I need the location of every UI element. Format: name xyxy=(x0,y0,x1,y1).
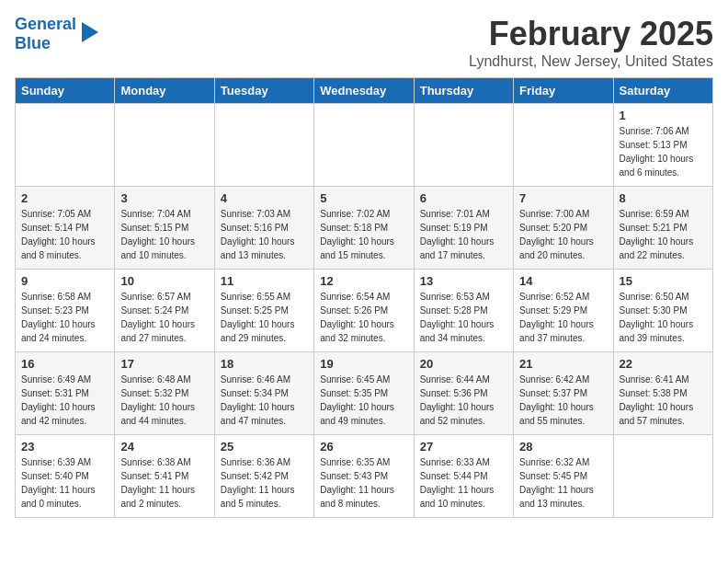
day-info: Sunrise: 6:59 AM Sunset: 5:21 PM Dayligh… xyxy=(620,207,707,262)
day-info: Sunrise: 6:46 AM Sunset: 5:34 PM Dayligh… xyxy=(221,373,308,428)
day-number: 24 xyxy=(120,440,208,454)
day-number: 6 xyxy=(420,191,507,205)
calendar-table: SundayMondayTuesdayWednesdayThursdayFrid… xyxy=(15,77,713,518)
day-number: 4 xyxy=(221,191,308,205)
calendar-cell: 27Sunrise: 6:33 AM Sunset: 5:44 PM Dayli… xyxy=(414,435,513,518)
day-info: Sunrise: 6:57 AM Sunset: 5:24 PM Dayligh… xyxy=(120,290,208,345)
day-number: 28 xyxy=(519,440,607,454)
day-info: Sunrise: 6:32 AM Sunset: 5:45 PM Dayligh… xyxy=(519,455,607,511)
calendar-cell: 20Sunrise: 6:44 AM Sunset: 5:36 PM Dayli… xyxy=(414,352,513,435)
calendar-cell: 23Sunrise: 6:39 AM Sunset: 5:40 PM Dayli… xyxy=(16,435,115,518)
calendar-cell xyxy=(514,104,613,187)
day-number: 17 xyxy=(120,357,208,371)
day-info: Sunrise: 7:00 AM Sunset: 5:20 PM Dayligh… xyxy=(519,207,607,262)
calendar-cell: 12Sunrise: 6:54 AM Sunset: 5:26 PM Dayli… xyxy=(314,270,414,352)
calendar-cell: 21Sunrise: 6:42 AM Sunset: 5:37 PM Dayli… xyxy=(514,352,613,435)
header-day-wednesday: Wednesday xyxy=(314,78,414,104)
day-number: 5 xyxy=(320,191,407,205)
calendar-cell: 3Sunrise: 7:04 AM Sunset: 5:15 PM Daylig… xyxy=(115,187,214,270)
day-number: 13 xyxy=(420,274,507,288)
day-number: 8 xyxy=(620,191,707,205)
day-number: 2 xyxy=(21,191,108,205)
calendar-cell: 5Sunrise: 7:02 AM Sunset: 5:18 PM Daylig… xyxy=(314,187,414,270)
day-info: Sunrise: 6:42 AM Sunset: 5:37 PM Dayligh… xyxy=(519,373,607,428)
day-number: 25 xyxy=(221,440,308,454)
calendar-week-row: 1Sunrise: 7:06 AM Sunset: 5:13 PM Daylig… xyxy=(16,104,713,187)
day-info: Sunrise: 6:38 AM Sunset: 5:41 PM Dayligh… xyxy=(120,455,208,511)
logo: General Blue xyxy=(15,15,98,52)
day-info: Sunrise: 6:53 AM Sunset: 5:28 PM Dayligh… xyxy=(420,290,507,345)
day-number: 19 xyxy=(320,357,407,371)
day-number: 11 xyxy=(221,274,308,288)
calendar-cell: 24Sunrise: 6:38 AM Sunset: 5:41 PM Dayli… xyxy=(115,435,214,518)
day-number: 15 xyxy=(620,274,707,288)
day-info: Sunrise: 6:49 AM Sunset: 5:31 PM Dayligh… xyxy=(21,373,108,428)
calendar-cell: 2Sunrise: 7:05 AM Sunset: 5:14 PM Daylig… xyxy=(16,187,115,270)
calendar-week-row: 16Sunrise: 6:49 AM Sunset: 5:31 PM Dayli… xyxy=(16,352,713,435)
day-number: 18 xyxy=(221,357,308,371)
calendar-cell: 17Sunrise: 6:48 AM Sunset: 5:32 PM Dayli… xyxy=(115,352,214,435)
calendar-cell: 6Sunrise: 7:01 AM Sunset: 5:19 PM Daylig… xyxy=(414,187,513,270)
location-title: Lyndhurst, New Jersey, United States xyxy=(469,53,713,70)
calendar-cell xyxy=(613,435,712,518)
day-number: 22 xyxy=(620,357,707,371)
calendar-cell: 26Sunrise: 6:35 AM Sunset: 5:43 PM Dayli… xyxy=(314,435,414,518)
day-info: Sunrise: 7:02 AM Sunset: 5:18 PM Dayligh… xyxy=(320,207,407,262)
day-number: 10 xyxy=(120,274,208,288)
day-info: Sunrise: 6:48 AM Sunset: 5:32 PM Dayligh… xyxy=(120,373,208,428)
calendar-cell: 19Sunrise: 6:45 AM Sunset: 5:35 PM Dayli… xyxy=(314,352,414,435)
calendar-cell xyxy=(214,104,313,187)
day-info: Sunrise: 6:39 AM Sunset: 5:40 PM Dayligh… xyxy=(21,455,108,511)
calendar-cell: 13Sunrise: 6:53 AM Sunset: 5:28 PM Dayli… xyxy=(414,270,513,352)
day-info: Sunrise: 6:36 AM Sunset: 5:42 PM Dayligh… xyxy=(221,455,308,511)
day-info: Sunrise: 6:55 AM Sunset: 5:25 PM Dayligh… xyxy=(221,290,308,345)
calendar-cell: 4Sunrise: 7:03 AM Sunset: 5:16 PM Daylig… xyxy=(214,187,313,270)
day-info: Sunrise: 6:54 AM Sunset: 5:26 PM Dayligh… xyxy=(320,290,407,345)
logo-general: General xyxy=(15,15,76,33)
day-number: 26 xyxy=(320,440,407,454)
calendar-week-row: 23Sunrise: 6:39 AM Sunset: 5:40 PM Dayli… xyxy=(16,435,713,518)
day-number: 1 xyxy=(620,109,707,122)
calendar-cell: 14Sunrise: 6:52 AM Sunset: 5:29 PM Dayli… xyxy=(514,270,613,352)
title-block: February 2025 Lyndhurst, New Jersey, Uni… xyxy=(469,15,713,70)
day-info: Sunrise: 6:33 AM Sunset: 5:44 PM Dayligh… xyxy=(420,455,507,511)
calendar-cell: 10Sunrise: 6:57 AM Sunset: 5:24 PM Dayli… xyxy=(115,270,214,352)
day-info: Sunrise: 6:58 AM Sunset: 5:23 PM Dayligh… xyxy=(21,290,108,345)
day-number: 7 xyxy=(519,191,607,205)
logo-text: General Blue xyxy=(15,15,76,52)
header-day-tuesday: Tuesday xyxy=(214,78,313,104)
day-number: 20 xyxy=(420,357,507,371)
header-day-saturday: Saturday xyxy=(613,78,712,104)
calendar-header-row: SundayMondayTuesdayWednesdayThursdayFrid… xyxy=(16,78,713,104)
calendar-cell: 16Sunrise: 6:49 AM Sunset: 5:31 PM Dayli… xyxy=(16,352,115,435)
day-info: Sunrise: 6:44 AM Sunset: 5:36 PM Dayligh… xyxy=(420,373,507,428)
calendar-cell: 11Sunrise: 6:55 AM Sunset: 5:25 PM Dayli… xyxy=(214,270,313,352)
calendar-cell xyxy=(115,104,214,187)
calendar-cell: 15Sunrise: 6:50 AM Sunset: 5:30 PM Dayli… xyxy=(613,270,712,352)
day-number: 16 xyxy=(21,357,108,371)
header-day-monday: Monday xyxy=(115,78,214,104)
svg-marker-0 xyxy=(82,22,98,42)
calendar-week-row: 9Sunrise: 6:58 AM Sunset: 5:23 PM Daylig… xyxy=(16,270,713,352)
month-title: February 2025 xyxy=(469,15,713,53)
calendar-cell: 28Sunrise: 6:32 AM Sunset: 5:45 PM Dayli… xyxy=(514,435,613,518)
day-info: Sunrise: 7:03 AM Sunset: 5:16 PM Dayligh… xyxy=(221,207,308,262)
calendar-cell: 25Sunrise: 6:36 AM Sunset: 5:42 PM Dayli… xyxy=(214,435,313,518)
day-number: 9 xyxy=(21,274,108,288)
calendar-week-row: 2Sunrise: 7:05 AM Sunset: 5:14 PM Daylig… xyxy=(16,187,713,270)
calendar-cell: 22Sunrise: 6:41 AM Sunset: 5:38 PM Dayli… xyxy=(613,352,712,435)
header: General Blue February 2025 Lyndhurst, Ne… xyxy=(15,15,713,70)
day-number: 23 xyxy=(21,440,108,454)
calendar-cell xyxy=(314,104,414,187)
calendar-cell xyxy=(16,104,115,187)
day-info: Sunrise: 6:50 AM Sunset: 5:30 PM Dayligh… xyxy=(620,290,707,345)
day-number: 27 xyxy=(420,440,507,454)
header-day-friday: Friday xyxy=(514,78,613,104)
day-info: Sunrise: 7:01 AM Sunset: 5:19 PM Dayligh… xyxy=(420,207,507,262)
calendar-cell: 18Sunrise: 6:46 AM Sunset: 5:34 PM Dayli… xyxy=(214,352,313,435)
header-day-sunday: Sunday xyxy=(16,78,115,104)
day-number: 3 xyxy=(120,191,208,205)
day-number: 14 xyxy=(519,274,607,288)
day-info: Sunrise: 7:04 AM Sunset: 5:15 PM Dayligh… xyxy=(120,207,208,262)
day-number: 12 xyxy=(320,274,407,288)
